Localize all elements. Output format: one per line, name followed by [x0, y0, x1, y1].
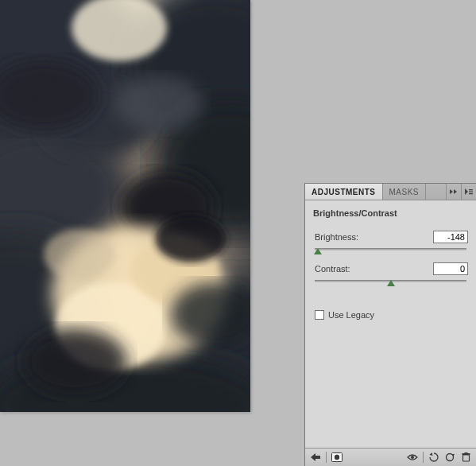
tab-adjustments[interactable]: ADJUSTMENTS — [305, 184, 383, 200]
brightness-row: Brightness: — [313, 231, 468, 243]
contrast-slider[interactable] — [313, 277, 468, 288]
contrast-row: Contrast: — [313, 262, 468, 275]
svg-point-18 — [24, 328, 127, 395]
tab-masks[interactable]: MASKS — [383, 184, 427, 200]
svg-rect-24 — [469, 193, 473, 194]
svg-point-26 — [335, 455, 339, 460]
panel-bottom-toolbar — [305, 448, 476, 466]
brightness-label: Brightness: — [313, 232, 358, 242]
panel-menu-icon[interactable] — [461, 184, 476, 200]
visibility-toggle-icon[interactable] — [405, 451, 420, 464]
svg-point-28 — [447, 454, 454, 461]
layer-mask-icon[interactable] — [330, 451, 344, 464]
use-legacy-row[interactable]: Use Legacy — [313, 310, 468, 320]
adjustments-panel: ADJUSTMENTS MASKS Brightness/Contrast Br… — [304, 183, 476, 466]
expand-panel-icon[interactable] — [446, 184, 461, 200]
brightness-slider[interactable] — [313, 245, 468, 256]
use-legacy-checkbox[interactable] — [315, 310, 324, 320]
use-legacy-label: Use Legacy — [328, 310, 374, 320]
adjustment-title: Brightness/Contrast — [313, 205, 468, 226]
panel-body: Brightness/Contrast Brightness: Contrast… — [305, 200, 476, 448]
document-canvas[interactable] — [0, 0, 250, 412]
slider-track — [315, 248, 466, 250]
brightness-input[interactable] — [433, 231, 468, 243]
svg-rect-22 — [469, 189, 473, 190]
delete-icon[interactable] — [459, 451, 473, 464]
svg-rect-31 — [464, 452, 467, 454]
svg-rect-23 — [469, 192, 473, 192]
svg-point-16 — [44, 229, 115, 280]
contrast-label: Contrast: — [313, 264, 350, 274]
svg-point-17 — [155, 215, 226, 262]
canvas-image — [0, 0, 250, 412]
contrast-input[interactable] — [433, 262, 468, 275]
svg-point-21 — [115, 76, 203, 131]
previous-state-icon[interactable] — [427, 451, 441, 464]
svg-rect-29 — [462, 455, 469, 461]
app-workspace: ADJUSTMENTS MASKS Brightness/Contrast Br… — [0, 0, 476, 466]
svg-point-27 — [411, 456, 414, 459]
slider-thumb[interactable] — [314, 248, 322, 254]
slider-thumb[interactable] — [387, 280, 395, 286]
reset-icon[interactable] — [443, 451, 457, 464]
panel-tabbar: ADJUSTMENTS MASKS — [305, 184, 476, 200]
back-arrow-icon[interactable] — [308, 451, 323, 464]
